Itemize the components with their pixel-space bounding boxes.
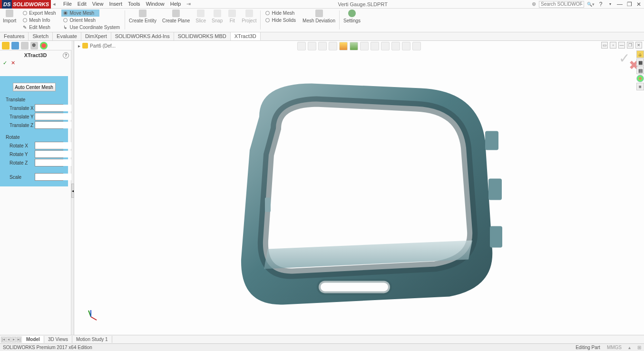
tab-sketch[interactable]: Sketch bbox=[29, 32, 53, 40]
tab-xtract3d[interactable]: XTract3D bbox=[231, 32, 261, 40]
tx-input[interactable]: ▲▼ bbox=[35, 104, 63, 112]
rz-label: Rotate Z bbox=[10, 160, 28, 166]
panel-cancel-icon[interactable]: ✕ bbox=[11, 60, 15, 68]
panel-help-icon[interactable]: ? bbox=[63, 52, 69, 58]
rail-appearance-icon[interactable] bbox=[636, 75, 644, 82]
vp-link-icon[interactable]: ▫ bbox=[610, 42, 616, 49]
vtb-appearance-icon[interactable] bbox=[350, 42, 358, 50]
ribbon-orient-mesh[interactable]: Orient Mesh bbox=[61, 17, 122, 24]
menu-insert[interactable]: Insert bbox=[106, 1, 125, 7]
rail-custom-icon[interactable]: ≡ bbox=[636, 83, 644, 90]
tab-mbd[interactable]: SOLIDWORKS MBD bbox=[174, 32, 231, 40]
ribbon-import[interactable]: Import bbox=[0, 9, 19, 24]
status-mode: Editing Part bbox=[576, 345, 600, 350]
bnav-next-icon[interactable]: ▸ bbox=[11, 337, 16, 342]
bnav-first-icon[interactable]: |◂ bbox=[1, 337, 6, 342]
tab-evaluate[interactable]: Evaluate bbox=[53, 32, 81, 40]
close-icon[interactable]: ✕ bbox=[635, 1, 642, 8]
dropdown-icon[interactable]: ▾ bbox=[607, 1, 614, 8]
search-dropdown-icon[interactable]: 🔍▾ bbox=[587, 2, 595, 7]
ribbon-use-cs[interactable]: ↳Use Coordinate System bbox=[61, 24, 122, 31]
ribbon-snap: Snap bbox=[209, 9, 225, 24]
menu-view[interactable]: View bbox=[89, 1, 107, 7]
vp-close-icon[interactable]: ✕ bbox=[635, 42, 642, 49]
vtb-screen-icon[interactable] bbox=[412, 42, 421, 50]
tree-icon-3[interactable] bbox=[21, 42, 29, 49]
panel-ok-icon[interactable]: ✓ bbox=[3, 60, 7, 68]
scale-input[interactable]: ▲▼ bbox=[35, 173, 63, 181]
3d-viewport[interactable]: ▸ Part6 (Def... ▭ ▫ — ❐ ✕ ✓ ✖ bbox=[74, 41, 644, 335]
ribbon-create-plane[interactable]: Create Plane bbox=[159, 9, 193, 24]
scale-label: Scale bbox=[10, 175, 21, 180]
vtb-view-icon[interactable] bbox=[371, 42, 379, 50]
rz-input[interactable]: ▲▼ bbox=[35, 159, 63, 166]
vtb-pan-icon[interactable] bbox=[308, 42, 316, 50]
ribbon-edit-mesh[interactable]: ✎Edit Mesh bbox=[21, 24, 58, 31]
ribbon-export-mesh[interactable]: Export Mesh bbox=[21, 10, 58, 17]
rotate-group-label: Rotate bbox=[6, 135, 65, 140]
menu-window[interactable]: Window bbox=[143, 1, 167, 7]
breadcrumb[interactable]: ▸ Part6 (Def... bbox=[78, 43, 116, 49]
rail-lib-icon[interactable]: ▦ bbox=[636, 58, 644, 66]
app-name: SOLIDWORKS bbox=[13, 1, 49, 7]
ribbon-mesh-deviation[interactable]: Mesh Deviation bbox=[300, 9, 338, 24]
menu-tools[interactable]: Tools bbox=[125, 1, 143, 7]
vp-max-icon[interactable]: ❐ bbox=[627, 42, 634, 49]
breadcrumb-expand-icon[interactable]: ▸ bbox=[78, 43, 80, 49]
vp-tile-icon[interactable]: ▭ bbox=[601, 42, 608, 49]
menu-collapse-icon[interactable]: ◂ bbox=[51, 1, 58, 7]
ty-label: Translate Y bbox=[10, 114, 34, 119]
bnav-prev-icon[interactable]: ◂ bbox=[6, 337, 11, 342]
ribbon-create-entity[interactable]: Create Entity bbox=[126, 9, 159, 24]
menu-edit[interactable]: Edit bbox=[75, 1, 89, 7]
vtb-zoom-icon[interactable] bbox=[297, 42, 306, 50]
rail-home-icon[interactable]: ⌂ bbox=[636, 50, 644, 58]
btab-model[interactable]: Model bbox=[22, 336, 44, 343]
tab-addins[interactable]: SOLIDWORKS Add-Ins bbox=[111, 32, 174, 40]
vtb-section-icon[interactable] bbox=[329, 42, 337, 50]
bottom-tabs: |◂ ◂ ▸ ▸| Model 3D Views Motion Study 1 bbox=[0, 335, 644, 343]
menu-pin-icon[interactable]: ⇥ bbox=[184, 1, 194, 7]
minimize-icon[interactable]: — bbox=[616, 1, 623, 8]
menu-file[interactable]: File bbox=[60, 1, 75, 7]
vtb-scene-icon[interactable] bbox=[360, 42, 369, 50]
tree-icon-2[interactable] bbox=[11, 42, 19, 49]
status-units[interactable]: MMGS bbox=[607, 345, 622, 350]
viewport-confirm-icon[interactable]: ✓ bbox=[619, 50, 630, 66]
restore-icon[interactable]: ❐ bbox=[626, 1, 633, 8]
tree-icon-5[interactable] bbox=[40, 42, 48, 49]
btab-3dviews[interactable]: 3D Views bbox=[44, 336, 72, 343]
vtb-rotate-icon[interactable] bbox=[318, 42, 327, 50]
help-icon[interactable]: ? bbox=[597, 1, 604, 8]
ty-input[interactable]: ▲▼ bbox=[35, 113, 63, 120]
tz-input[interactable]: ▲▼ bbox=[35, 121, 63, 129]
ribbon-hide-solids[interactable]: Hide Solids bbox=[263, 17, 298, 24]
ribbon: Import Export Mesh Mesh Info ✎Edit Mesh … bbox=[0, 9, 644, 32]
ry-input[interactable]: ▲▼ bbox=[35, 150, 63, 158]
status-chevron-icon[interactable]: ▴ bbox=[628, 345, 631, 350]
btab-motion[interactable]: Motion Study 1 bbox=[72, 336, 112, 343]
tab-dimxpert[interactable]: DimXpert bbox=[81, 32, 111, 40]
ribbon-slice: Slice bbox=[193, 9, 209, 24]
splitter-handle[interactable]: ◂ bbox=[71, 184, 74, 198]
rx-input[interactable]: ▲▼ bbox=[35, 142, 63, 149]
menu-help[interactable]: Help bbox=[167, 1, 184, 7]
search-input[interactable] bbox=[539, 1, 584, 8]
ribbon-move-mesh[interactable]: Move Mesh bbox=[61, 10, 99, 17]
tree-icon-4[interactable]: ⊕ bbox=[30, 42, 38, 49]
vtb-display-icon[interactable] bbox=[339, 42, 348, 50]
rail-props-icon[interactable]: ▤ bbox=[636, 67, 644, 74]
ribbon-settings[interactable]: Settings bbox=[341, 9, 363, 24]
vtb-hide-icon[interactable] bbox=[381, 42, 390, 50]
vtb-shadow-icon[interactable] bbox=[391, 42, 400, 50]
auto-center-button[interactable]: Auto Center Mesh bbox=[13, 83, 56, 91]
tab-features[interactable]: Features bbox=[0, 32, 29, 40]
orientation-triad[interactable] bbox=[84, 306, 98, 321]
ribbon-mesh-info[interactable]: Mesh Info bbox=[21, 17, 58, 24]
ribbon-hide-mesh[interactable]: Hide Mesh bbox=[263, 10, 298, 17]
vtb-render-icon[interactable] bbox=[402, 42, 410, 50]
vp-min-icon[interactable]: — bbox=[618, 42, 625, 49]
tree-icon-1[interactable] bbox=[2, 42, 10, 49]
status-custom-icon[interactable]: ⊞ bbox=[637, 345, 641, 350]
bnav-last-icon[interactable]: ▸| bbox=[17, 337, 21, 342]
